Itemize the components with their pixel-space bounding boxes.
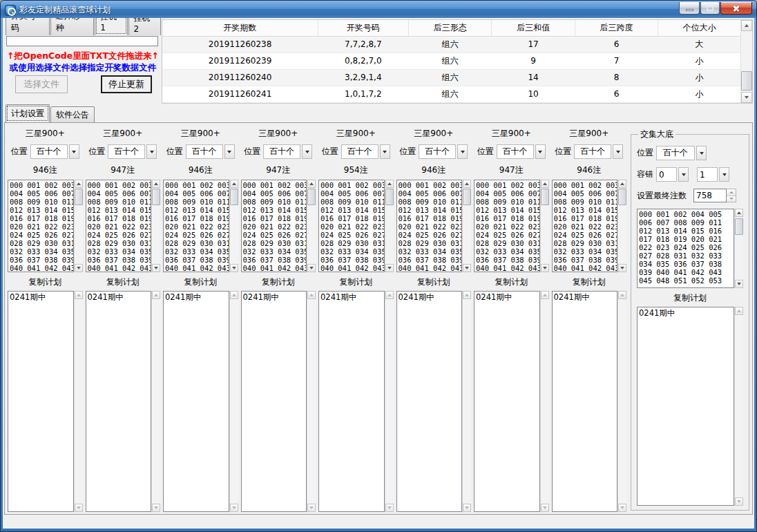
scroll-up-icon[interactable] bbox=[307, 180, 316, 188]
chevron-down-icon[interactable] bbox=[678, 167, 689, 182]
result-scrollbar[interactable] bbox=[307, 291, 316, 512]
list-item[interactable]: 0241期中 bbox=[10, 293, 73, 301]
chevron-down-icon[interactable] bbox=[457, 144, 468, 159]
list-row[interactable]: 000 001 002 003 bbox=[10, 181, 73, 189]
list-row[interactable]: 032 033 034 035 bbox=[165, 247, 229, 256]
file-path-input[interactable] bbox=[6, 36, 158, 46]
scrollbar-thumb[interactable] bbox=[152, 189, 160, 205]
scroll-up-icon[interactable] bbox=[307, 291, 316, 299]
scroll-down-icon[interactable] bbox=[541, 504, 549, 512]
list-row[interactable]: 020 021 022 023 bbox=[320, 222, 384, 231]
list-row[interactable]: 036 037 038 039 bbox=[399, 256, 462, 264]
list-row[interactable]: 024 025 026 027 bbox=[165, 231, 229, 239]
scroll-down-icon[interactable] bbox=[75, 504, 83, 512]
plan-result-list[interactable]: 0241期中 bbox=[552, 291, 618, 512]
list-row[interactable]: 028 029 030 031 bbox=[476, 239, 539, 247]
scrollbar-thumb[interactable] bbox=[618, 189, 626, 205]
plan-result-list[interactable]: 0241期中 bbox=[86, 291, 152, 512]
list-item[interactable]: 0241期中 bbox=[639, 309, 734, 317]
table-row[interactable]: 2019112602411,0,1,7,2组六106小 bbox=[162, 86, 740, 102]
position-select[interactable]: 百十个 bbox=[574, 144, 623, 159]
plan-list-scrollbar[interactable] bbox=[540, 180, 549, 272]
list-row[interactable]: 000 001 002 003 bbox=[88, 181, 151, 189]
copy-plan-label[interactable]: 复制计划 bbox=[318, 276, 394, 288]
list-row[interactable]: 034 035 036 037 038 bbox=[639, 260, 734, 268]
stop-update-button[interactable]: 停止更新 bbox=[101, 75, 152, 93]
scroll-up-icon[interactable] bbox=[541, 291, 549, 299]
list-row[interactable]: 000 001 002 003 bbox=[476, 181, 539, 189]
scroll-down-icon[interactable] bbox=[152, 264, 160, 272]
scroll-up-icon[interactable] bbox=[152, 180, 160, 188]
list-row[interactable]: 032 033 034 035 bbox=[10, 247, 73, 256]
plan-list-scrollbar[interactable] bbox=[151, 180, 160, 272]
scroll-down-icon[interactable] bbox=[541, 264, 549, 272]
position-select[interactable]: 百十个 bbox=[419, 144, 468, 159]
tab-top-1[interactable]: 选择彩种 bbox=[50, 18, 95, 35]
scroll-down-icon[interactable] bbox=[741, 92, 752, 103]
plan-result-list[interactable]: 0241期中 bbox=[318, 291, 385, 512]
list-row[interactable]: 036 037 038 039 bbox=[243, 256, 307, 264]
scroll-down-icon[interactable] bbox=[735, 497, 743, 506]
copy-plan-label[interactable]: 复制计划 bbox=[8, 276, 83, 288]
list-row[interactable]: 008 009 010 011 bbox=[10, 198, 73, 206]
list-row[interactable]: 004 005 006 007 bbox=[399, 189, 462, 198]
list-row[interactable]: 000 001 002 003 bbox=[399, 181, 462, 189]
result-scrollbar[interactable] bbox=[462, 291, 471, 512]
scroll-down-icon[interactable] bbox=[307, 264, 316, 272]
list-row[interactable]: 024 025 026 027 bbox=[243, 231, 307, 239]
copy-plan-label[interactable]: 复制计划 bbox=[86, 276, 161, 288]
table-row[interactable]: 2019112602390,8,2,7,0组六97小 bbox=[162, 53, 740, 69]
list-row[interactable]: 016 017 018 019 bbox=[476, 214, 539, 222]
list-row[interactable]: 020 021 022 023 bbox=[10, 222, 73, 231]
result-scrollbar[interactable] bbox=[74, 291, 83, 512]
list-row[interactable]: 036 037 038 039 bbox=[554, 256, 617, 264]
list-row[interactable]: 000 001 002 003 bbox=[554, 181, 617, 189]
list-item[interactable]: 0241期中 bbox=[165, 293, 229, 301]
spin-down-icon[interactable] bbox=[727, 196, 736, 202]
list-row[interactable]: 024 025 026 027 bbox=[88, 231, 151, 239]
list-row[interactable]: 012 013 014 015 bbox=[554, 206, 617, 214]
scroll-down-icon[interactable] bbox=[463, 264, 471, 272]
list-row[interactable]: 020 021 022 023 bbox=[476, 222, 539, 231]
spin-up-icon[interactable] bbox=[727, 189, 736, 196]
plan-list-scrollbar[interactable] bbox=[462, 180, 471, 272]
position-select[interactable]: 百十个 bbox=[497, 144, 546, 159]
tab-top-2[interactable]: 挂机1 bbox=[95, 18, 127, 35]
plan-list-scrollbar[interactable] bbox=[617, 180, 626, 272]
list-row[interactable]: 004 005 006 007 bbox=[88, 189, 151, 198]
table-row[interactable]: 2019112602387,7,2,8,7组六176大 bbox=[162, 36, 740, 53]
scrollbar-thumb[interactable] bbox=[741, 71, 752, 91]
list-row[interactable]: 036 037 038 039 bbox=[88, 256, 151, 264]
list-row[interactable]: 045 048 051 052 053 bbox=[639, 276, 734, 285]
list-row[interactable]: 016 017 018 019 bbox=[165, 214, 229, 222]
scroll-up-icon[interactable] bbox=[735, 307, 743, 315]
list-row[interactable]: 000 001 002 003 bbox=[165, 181, 229, 189]
scroll-up-icon[interactable] bbox=[230, 180, 238, 188]
list-row[interactable]: 004 005 006 007 bbox=[10, 189, 73, 198]
result-scrollbar[interactable] bbox=[617, 291, 626, 512]
scrollbar-thumb[interactable] bbox=[75, 189, 83, 205]
list-row[interactable]: 012 013 014 015 bbox=[399, 206, 462, 214]
tab-main-0[interactable]: 计划设置 bbox=[6, 104, 50, 122]
list-row[interactable]: 040 041 042 043 bbox=[399, 264, 462, 272]
scroll-down-icon[interactable] bbox=[307, 504, 316, 512]
plan-result-list[interactable]: 0241期中 bbox=[474, 291, 540, 512]
scrollbar-thumb[interactable] bbox=[541, 189, 549, 205]
list-row[interactable]: 036 037 038 039 bbox=[10, 256, 73, 264]
list-row[interactable]: 012 013 014 015 bbox=[243, 206, 307, 214]
list-row[interactable]: 004 005 006 007 bbox=[243, 189, 307, 198]
list-row[interactable]: 016 017 018 019 bbox=[243, 214, 307, 222]
list-row[interactable]: 020 021 022 023 bbox=[554, 222, 617, 231]
plan-list-scrollbar[interactable] bbox=[74, 180, 83, 272]
plan-number-list[interactable]: 000 001 002 003004 005 006 007008 009 01… bbox=[8, 180, 74, 272]
tolerance-select-2[interactable]: 1 bbox=[697, 167, 729, 182]
scroll-down-icon[interactable] bbox=[75, 264, 83, 272]
chevron-down-icon[interactable] bbox=[302, 144, 312, 159]
close-button[interactable] bbox=[720, 2, 752, 15]
list-row[interactable]: 024 025 026 027 bbox=[320, 231, 384, 239]
list-row[interactable]: 012 013 014 015 bbox=[320, 206, 384, 214]
scroll-up-icon[interactable] bbox=[385, 180, 394, 188]
scroll-up-icon[interactable] bbox=[463, 180, 471, 188]
plan-result-list[interactable]: 0241期中 bbox=[163, 291, 229, 512]
intersection-result-list[interactable]: 0241期中 bbox=[637, 307, 734, 506]
